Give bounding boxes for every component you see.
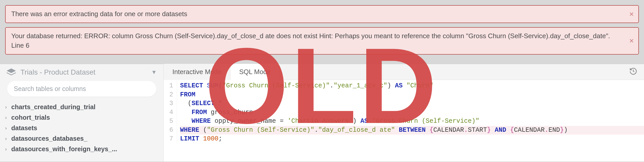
alert-text: Your database returned: ERROR: column Gr… [11,32,610,49]
table-name: charts_created_during_trial [11,103,95,111]
sidebar-table-item[interactable]: ›datasources_databases_ [5,133,156,144]
chevron-right-icon: › [5,115,9,120]
code-line[interactable]: SELECT SUM("Gross Churn (Self-Service)".… [180,82,644,90]
table-name: cohort_trials [11,114,50,121]
layers-icon [7,68,16,76]
workspace: Trials - Product Dataset ▼ ›charts_creat… [0,64,644,161]
code-line[interactable]: FROM [180,90,644,99]
search-input[interactable] [7,81,156,97]
editor-area: Interactive Mode SQL Mode 1234567 SELECT… [164,64,644,161]
line-number: 6 [168,126,174,135]
error-alert: Your database returned: ERROR: column Gr… [5,27,639,55]
code-line[interactable]: LIMIT 1000; [180,135,644,144]
sidebar-table-item[interactable]: ›cohort_trials [5,112,156,123]
table-list: ›charts_created_during_trial›cohort_tria… [0,100,163,154]
table-name: datasets [11,124,37,132]
chevron-right-icon: › [5,146,9,152]
line-gutter: 1234567 [164,82,177,144]
code-editor[interactable]: 1234567 SELECT SUM("Gross Churn (Self-Se… [164,80,644,144]
code-body[interactable]: SELECT SUM("Gross Churn (Self-Service)".… [177,82,644,144]
line-number: 2 [168,90,174,99]
editor-tabs: Interactive Mode SQL Mode [164,64,644,80]
sidebar-table-item[interactable]: ›datasets [5,123,156,133]
close-icon[interactable]: × [629,10,634,18]
dataset-label: Trials - Product Dataset [20,68,95,76]
code-line[interactable]: FROM gross_churn [180,108,644,117]
code-line[interactable]: WHERE ("Gross Churn (Self-Service)"."day… [180,126,644,135]
chevron-down-icon: ▼ [151,69,157,76]
close-icon[interactable]: × [629,37,634,45]
alerts-container: There was an error extracting data for o… [0,0,644,61]
dataset-picker[interactable]: Trials - Product Dataset ▼ [0,64,163,79]
sidebar: Trials - Product Dataset ▼ ›charts_creat… [0,64,164,161]
error-alert: There was an error extracting data for o… [5,5,639,23]
tab-interactive-mode[interactable]: Interactive Mode [164,64,230,80]
line-number: 5 [168,117,174,126]
sidebar-table-item[interactable]: ›datasources_with_foreign_keys_... [5,144,156,154]
code-line[interactable]: WHERE oppty_owner_name = 'Chartio Answer… [180,117,644,126]
sidebar-table-item[interactable]: ›charts_created_during_trial [5,102,156,112]
line-number: 7 [168,135,174,144]
alert-text: There was an error extracting data for o… [11,10,187,18]
tab-sql-mode[interactable]: SQL Mode [230,64,280,80]
history-icon[interactable] [623,67,644,77]
table-name: datasources_with_foreign_keys_... [11,145,117,153]
line-number: 3 [168,99,174,108]
line-number: 1 [168,82,174,90]
search-wrap [0,79,163,100]
table-name: datasources_databases_ [11,135,87,142]
line-number: 4 [168,108,174,117]
chevron-right-icon: › [5,136,9,141]
chevron-right-icon: › [5,125,9,131]
chevron-right-icon: › [5,104,9,110]
code-line[interactable]: (SELECT * [180,99,644,108]
